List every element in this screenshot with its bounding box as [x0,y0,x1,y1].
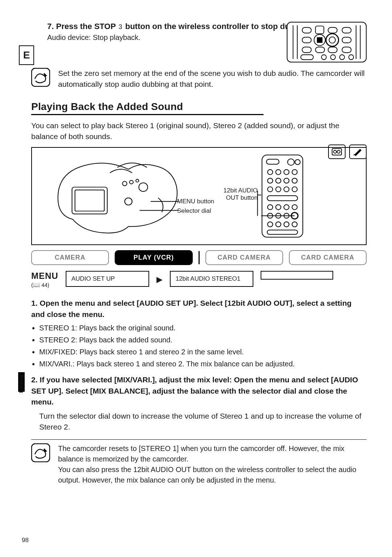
svg-point-51 [292,187,297,192]
gutter-section-label: Editing [18,374,24,393]
svg-point-49 [276,187,281,192]
svg-point-39 [295,160,300,165]
svg-rect-65 [267,230,298,235]
step-7-title-pre: 7. Press the STOP [47,22,118,31]
svg-rect-16 [328,47,337,53]
svg-point-38 [287,159,294,166]
step-7-title-post: button on the wireless controller to sto… [123,22,314,31]
menu-ref-page: 44 [41,282,48,288]
svg-point-54 [276,205,281,210]
camcorder-diagram: MENU button Selector dial 12bit AUDIO OU… [31,147,367,245]
note-bottom: The camcorder resets to [STEREO 1] when … [31,443,367,485]
menu-box-12bit: 12bit AUDIO STEREO1 [170,271,253,287]
svg-rect-7 [342,28,351,33]
svg-rect-23 [32,68,50,86]
svg-point-31 [122,182,127,186]
svg-point-12 [329,37,335,43]
note-bottom-body: The camcorder resets to [STEREO 1] when … [58,443,367,485]
mode-tab-separator [199,251,200,264]
svg-point-50 [284,187,289,192]
svg-point-42 [284,170,289,175]
instructions: 1. Open the menu and select [AUDIO SET U… [31,298,367,432]
svg-rect-28 [75,190,105,211]
step-2-body: Turn the selector dial down to increase … [39,411,367,433]
note-icon [31,68,50,87]
section-heading: Playing Back the Added Sound [31,101,264,115]
mode-tab-play-vcr: PLAY (VCR) [115,250,192,265]
menu-label: MENU [31,271,58,281]
menu-box-empty [261,271,333,280]
bullet-stereo1: STEREO 1: Plays back the original sound. [39,323,367,333]
svg-point-55 [284,205,289,210]
language-tab-label: E [23,49,30,61]
bullet-mixvari: MIX/VARI.: Plays back stereo 1 and stere… [39,359,367,369]
svg-rect-69 [32,444,50,462]
mode-tab-card-camera-2: CARD CAMERA [289,250,367,265]
mode-tabs: CAMERA PLAY (VCR) CARD CAMERA CARD CAMER… [31,250,367,265]
svg-rect-27 [72,187,107,214]
svg-rect-17 [342,47,351,53]
page-number: 98 [22,537,29,544]
svg-rect-8 [302,37,311,43]
intro-paragraph: You can select to play back Stereo 1 (or… [31,120,367,142]
svg-point-22 [349,55,354,60]
svg-point-40 [268,170,273,175]
note-icon [31,443,50,462]
svg-rect-6 [328,28,337,33]
svg-point-53 [268,205,273,210]
note-bottom-p1: The camcorder resets to [STEREO 1] when … [58,443,367,464]
note-top: Set the zero set memory at the end of th… [31,68,367,90]
note-bottom-p2: You can also press the 12bit AUDIO OUT b… [58,464,367,485]
svg-rect-37 [266,159,279,164]
remote-control-diagram-small [287,22,367,62]
menu-row: MENU (📖 44) AUDIO SET UP ▶ 12bit AUDIO S… [31,271,367,288]
svg-point-63 [284,222,289,227]
language-tab: E [19,45,34,65]
svg-rect-18 [301,55,314,60]
svg-rect-10 [317,37,322,42]
svg-point-11 [326,34,339,46]
svg-point-19 [322,55,327,60]
svg-point-21 [340,55,345,60]
svg-point-46 [284,178,289,183]
menu-box-audio-setup: AUDIO SET UP [66,271,149,287]
diagram-label-menu-button: MENU button [177,198,214,205]
svg-point-44 [268,178,273,183]
svg-point-47 [292,178,297,183]
diagram-label-selector-dial: Selector dial [177,207,211,215]
stop-glyph: 3 [118,23,123,31]
svg-point-30 [125,198,132,205]
svg-rect-4 [302,28,311,33]
bullet-stereo2: STEREO 2: Plays back the added sound. [39,335,367,345]
svg-rect-15 [315,47,324,53]
svg-point-41 [276,170,281,175]
diagram-label-audio-out: 12bit AUDIO OUT button [218,187,258,202]
svg-point-29 [139,183,148,192]
svg-rect-5 [315,26,324,34]
svg-point-56 [292,205,297,210]
svg-point-33 [136,179,139,182]
svg-rect-13 [342,37,351,43]
manual-page: E 7. Press the STOP 3 button on the wire… [0,0,392,557]
svg-point-64 [292,222,297,227]
svg-point-62 [276,222,281,227]
svg-point-61 [268,222,273,227]
mode-tab-camera: CAMERA [31,250,109,265]
svg-point-43 [292,170,297,175]
menu-arrow-icon: ▶ [156,275,163,284]
mode-tab-card-camera-1: CARD CAMERA [205,250,283,265]
note-top-text: Set the zero set memory at the end of th… [58,68,367,90]
svg-point-20 [331,55,336,60]
svg-point-45 [276,178,281,183]
menu-label-block: MENU (📖 44) [31,271,58,288]
svg-rect-14 [302,47,311,53]
svg-point-48 [268,187,273,192]
step-1-bullets: STEREO 1: Plays back the original sound.… [39,323,367,369]
bottom-divider [31,439,367,440]
menu-page-ref: (📖 44) [31,282,58,288]
svg-rect-52 [267,196,298,201]
bullet-mixfixed: MIX/FIXED: Plays back stereo 1 and stere… [39,347,367,357]
step-1-heading: 1. Open the menu and select [AUDIO SET U… [31,298,367,320]
step-2-heading: 2. If you have selected [MIX/VARI.], adj… [31,374,367,407]
svg-point-32 [130,180,133,184]
